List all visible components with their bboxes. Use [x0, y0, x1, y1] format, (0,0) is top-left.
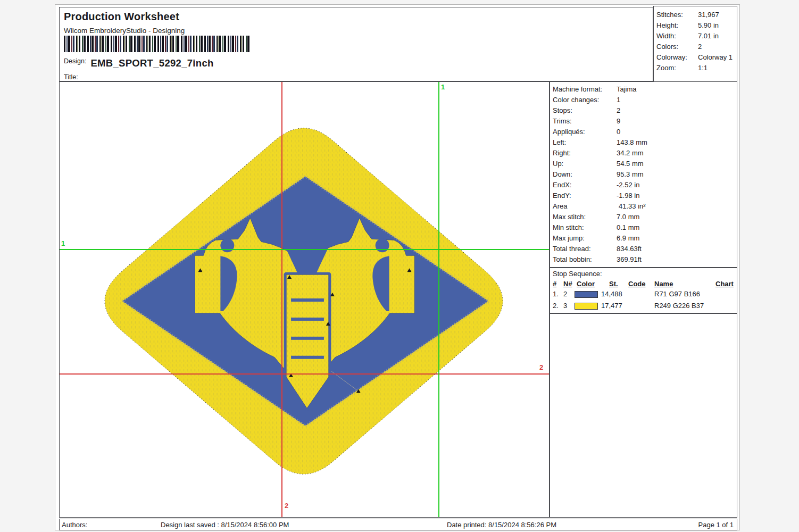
design-canvas: 1 1 2 2: [59, 81, 550, 518]
info-value: -2.52 in: [617, 180, 639, 190]
info-value: Tajima: [617, 84, 637, 95]
info-label: Down:: [553, 169, 572, 180]
info-label: Total bobbin:: [553, 254, 592, 265]
last-saved-text: Design last saved : 8/15/2024 8:56:00 PM: [161, 521, 289, 529]
stop-num: 1.: [553, 290, 559, 298]
info-value: 9: [617, 116, 620, 127]
title-label: Title:: [64, 73, 78, 81]
page-title: Production Worksheet: [64, 11, 179, 23]
color-swatch: [575, 303, 598, 310]
machine-info-panel: Machine format:Tajima Color changes:1 St…: [550, 81, 737, 268]
info-label: Appliqués:: [553, 127, 585, 137]
summary-value: 31,967: [698, 10, 719, 20]
page-number: Page 1 of 1: [698, 521, 734, 529]
summary-value: 1:1: [698, 63, 708, 73]
guide-green-horizontal: [60, 249, 549, 250]
header-panel: Production Worksheet Wilcom EmbroiderySt…: [59, 7, 653, 81]
info-label: Stops:: [553, 105, 572, 116]
info-label: Max jump:: [553, 233, 585, 244]
head-notch: [220, 238, 234, 252]
col-code: Code: [628, 280, 646, 288]
info-value: -1.98 in: [617, 190, 639, 201]
guide-red-horizontal: [60, 373, 549, 375]
design-label: Design:: [64, 57, 86, 65]
embroidery-preview: [60, 82, 549, 517]
date-printed-text: Date printed: 8/15/2024 8:56:26 PM: [447, 521, 556, 529]
summary-panel: Stitches:31,967 Height:5.90 in Width:7.0…: [653, 6, 737, 83]
col-name: Name: [654, 280, 673, 288]
info-label: Min stitch:: [553, 222, 584, 233]
stop-num: 2.: [553, 302, 559, 310]
info-value: 41.33 in²: [619, 201, 646, 212]
footer-bar: Authors: Design last saved : 8/15/2024 8…: [59, 519, 737, 530]
info-label: Right:: [553, 148, 571, 159]
info-value: 1: [617, 95, 620, 105]
guide-label-green-1: 1: [441, 84, 445, 91]
info-value: 54.5 mm: [617, 159, 644, 169]
stop-n: 2: [563, 290, 567, 298]
info-label: Up:: [553, 159, 563, 169]
color-swatch: [575, 291, 598, 298]
info-label: Max stitch:: [553, 212, 586, 222]
stop-stitches: 17,477: [601, 302, 622, 310]
design-barcode: [64, 36, 251, 52]
col-num: #: [553, 280, 556, 288]
summary-label: Colors:: [656, 41, 678, 52]
stop-n: 3: [563, 302, 567, 310]
info-value: 34.2 mm: [617, 148, 644, 159]
summary-label: Zoom:: [656, 63, 676, 73]
info-value: 0.1 mm: [617, 222, 639, 233]
info-label: EndY:: [553, 190, 571, 201]
summary-label: Stitches:: [656, 10, 683, 20]
summary-value: 7.01 in: [698, 31, 719, 41]
info-value: 6.9 mm: [617, 233, 639, 244]
summary-label: Colorway:: [656, 52, 687, 63]
col-chart: Chart: [715, 280, 734, 288]
stop-row-2: 2. 3 17,477 R249 G226 B37: [550, 302, 737, 311]
info-label: Total thread:: [553, 244, 591, 254]
info-value: 369.91ft: [617, 254, 642, 265]
stop-name: R249 G226 B37: [654, 302, 704, 310]
summary-value: 2: [698, 41, 702, 52]
stop-stitches: 14,488: [601, 290, 622, 298]
guide-red-vertical: [281, 82, 282, 517]
info-value: 7.0 mm: [617, 212, 639, 222]
guide-green-vertical: [438, 82, 439, 517]
info-value: 834.63ft: [617, 244, 642, 254]
info-label: Left:: [553, 137, 566, 148]
info-label: Area: [553, 201, 567, 212]
guide-label-red-2b: 2: [285, 502, 288, 510]
info-label: Machine format:: [553, 84, 602, 95]
info-value: 143.8 mm: [617, 137, 647, 148]
col-color: Color: [577, 280, 595, 288]
guide-label-red-2: 2: [539, 364, 543, 371]
summary-value: Colorway 1: [698, 52, 733, 63]
stop-sequence-panel: Stop Sequence: # N# Color St. Code Name …: [550, 268, 737, 313]
info-label: Trims:: [553, 116, 572, 127]
authors-label: Authors:: [62, 521, 87, 529]
stop-sequence-title: Stop Sequence:: [553, 270, 602, 278]
ladder-shape: [286, 275, 329, 408]
summary-value: 5.90 in: [698, 20, 719, 31]
screenshot-stage: Production Worksheet Wilcom EmbroiderySt…: [0, 0, 799, 532]
guide-label-green-1b: 1: [61, 240, 65, 247]
stop-row-1: 1. 2 14,488 R71 G97 B166: [550, 290, 737, 300]
info-label: EndX:: [553, 180, 571, 190]
design-name-row: Design:EMB_SPORT_5292_7inch: [64, 57, 214, 69]
info-value: 95.3 mm: [617, 169, 644, 180]
info-label: Color changes:: [553, 95, 599, 105]
summary-label: Height:: [656, 20, 678, 31]
info-value: 0: [617, 127, 620, 137]
summary-label: Width:: [656, 31, 676, 41]
col-n: N#: [563, 280, 572, 288]
stop-name: R71 G97 B166: [654, 290, 700, 298]
notes-panel: [550, 313, 737, 518]
app-subtitle: Wilcom EmbroideryStudio - Designing: [64, 27, 185, 35]
worksheet-page: Production Worksheet Wilcom EmbroiderySt…: [55, 4, 740, 530]
info-value: 2: [617, 105, 620, 116]
design-name: EMB_SPORT_5292_7inch: [90, 57, 213, 69]
col-st: St.: [609, 280, 618, 288]
